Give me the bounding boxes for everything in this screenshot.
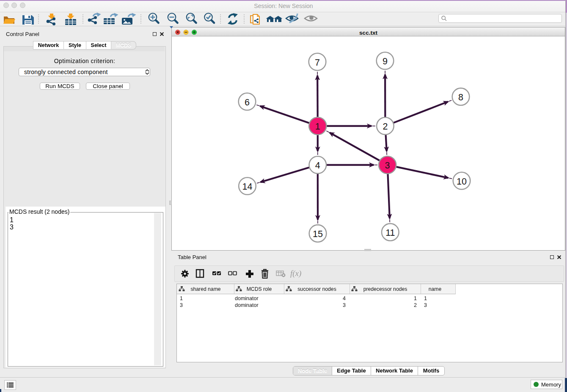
svg-text:f(x): f(x)	[290, 269, 301, 278]
svg-text:successor nodes: successor nodes	[297, 286, 336, 292]
svg-text:shared name: shared name	[190, 286, 220, 292]
svg-text:predecessor nodes: predecessor nodes	[363, 286, 407, 292]
svg-text:MCDS role: MCDS role	[247, 286, 272, 292]
svg-text:name: name	[429, 286, 442, 292]
